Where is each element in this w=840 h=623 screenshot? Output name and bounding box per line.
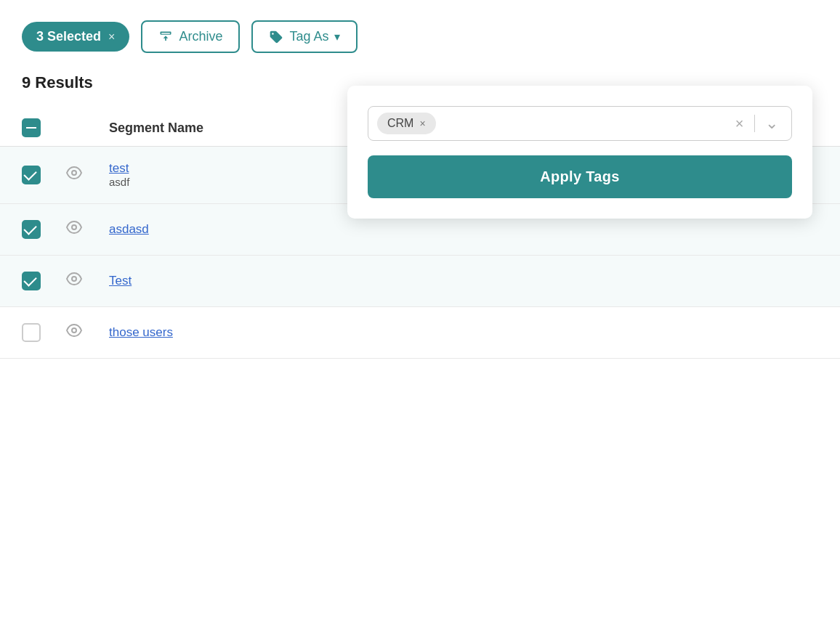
tag-chip-remove-button[interactable]: × <box>419 118 425 129</box>
tag-icon <box>269 30 283 44</box>
archive-button[interactable]: Archive <box>141 20 240 53</box>
svg-point-0 <box>72 171 76 175</box>
tag-chevron-button[interactable]: ⌄ <box>761 114 783 133</box>
table-row: Test <box>0 256 840 307</box>
row-eye-icon-Test[interactable] <box>65 270 109 292</box>
selected-badge[interactable]: 3 Selected × <box>22 22 129 52</box>
eye-icon[interactable] <box>65 219 83 240</box>
indeterminate-checkbox[interactable] <box>22 118 41 137</box>
eye-icon[interactable] <box>65 322 83 343</box>
toolbar: 3 Selected × Archive Tag As ▾ <box>0 0 840 73</box>
deselect-all-button[interactable]: × <box>108 30 115 44</box>
row-checkbox-test[interactable] <box>22 166 65 184</box>
tag-input-divider <box>754 115 756 132</box>
tag-chip-crm: CRM × <box>377 113 436 134</box>
segment-link-Test[interactable]: Test <box>109 274 818 288</box>
tag-chip-label: CRM <box>387 117 413 130</box>
row-checkbox-asdasd[interactable] <box>22 220 65 239</box>
archive-icon <box>158 30 173 44</box>
eye-icon[interactable] <box>65 270 83 292</box>
tag-input-row: CRM × × ⌄ <box>368 106 792 141</box>
row-eye-icon-test[interactable] <box>65 164 109 186</box>
table-row: those users <box>0 307 840 359</box>
checked-checkbox[interactable] <box>22 220 41 239</box>
svg-point-1 <box>72 225 76 229</box>
tag-clear-button[interactable]: × <box>731 115 748 132</box>
segment-link-those-users[interactable]: those users <box>109 325 818 340</box>
segment-link-asdasd[interactable]: asdasd <box>109 222 818 237</box>
row-eye-icon-those-users[interactable] <box>65 322 109 343</box>
tag-as-label: Tag As <box>289 29 328 44</box>
tag-as-chevron-icon: ▾ <box>334 30 340 44</box>
row-checkbox-those-users[interactable] <box>22 323 65 342</box>
checked-checkbox[interactable] <box>22 272 41 290</box>
select-all-checkbox[interactable] <box>22 118 65 137</box>
column-header-name: Segment Name <box>109 121 203 136</box>
tag-dropdown-popup: CRM × × ⌄ Apply Tags <box>347 86 812 219</box>
eye-icon[interactable] <box>65 164 83 186</box>
svg-point-3 <box>72 328 76 333</box>
apply-tags-button[interactable]: Apply Tags <box>368 155 792 198</box>
row-eye-icon-asdasd[interactable] <box>65 219 109 240</box>
tag-as-button[interactable]: Tag As ▾ <box>251 20 358 53</box>
segment-sub-test: asdf <box>109 176 129 188</box>
checked-checkbox[interactable] <box>22 166 41 184</box>
unchecked-checkbox[interactable] <box>22 323 41 342</box>
svg-point-2 <box>72 277 76 281</box>
row-checkbox-Test[interactable] <box>22 272 65 290</box>
archive-label: Archive <box>179 29 222 44</box>
selected-count-label: 3 Selected <box>36 29 101 44</box>
